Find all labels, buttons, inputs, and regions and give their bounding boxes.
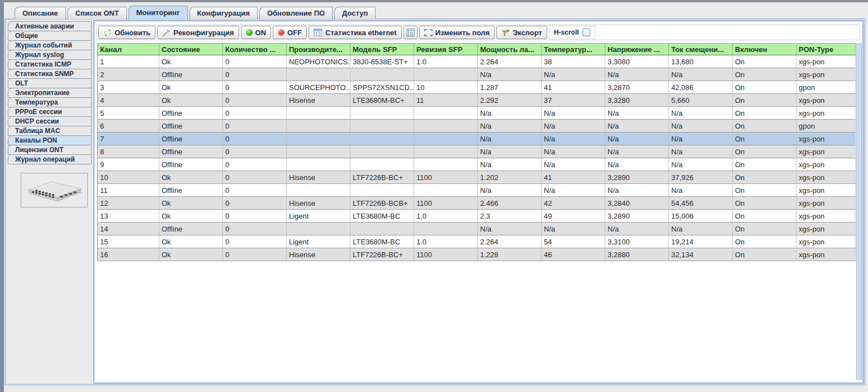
- edit-fields-button[interactable]: Изменить поля: [419, 26, 495, 39]
- table-cell[interactable]: SOURCEPHOTO...: [287, 81, 350, 94]
- table-cell[interactable]: 41: [542, 171, 605, 184]
- table-row[interactable]: 15Ok0LigentLTE3680M-BC1.02.264543,310019…: [98, 235, 856, 248]
- table-cell[interactable]: 0: [223, 197, 287, 210]
- table-cell[interactable]: [414, 223, 478, 235]
- table-row[interactable]: 9Offline0N/aN/aN/aN/aOnxgs-pon: [98, 158, 856, 171]
- table-cell[interactable]: On: [733, 68, 796, 81]
- table-cell[interactable]: N/a: [478, 184, 542, 197]
- column-header-channel[interactable]: Канал: [98, 44, 159, 55]
- table-cell[interactable]: N/a: [669, 223, 733, 235]
- table-cell[interactable]: N/a: [605, 184, 669, 197]
- table-cell[interactable]: N/a: [542, 158, 605, 171]
- table-cell[interactable]: 19,214: [669, 235, 733, 248]
- table-cell[interactable]: N/a: [542, 184, 605, 197]
- table-cell[interactable]: [350, 120, 414, 133]
- table-cell[interactable]: xgs-pon: [796, 55, 856, 68]
- table-cell[interactable]: [350, 158, 414, 171]
- table-cell[interactable]: 12: [98, 197, 159, 210]
- sidebar-item-mac-table[interactable]: Таблица MAC: [8, 126, 92, 136]
- table-cell[interactable]: N/a: [478, 145, 542, 158]
- table-cell[interactable]: LTE3680M-BC: [350, 210, 414, 223]
- column-list-button[interactable]: [404, 26, 418, 39]
- table-cell[interactable]: 37,926: [669, 171, 733, 184]
- table-row[interactable]: 13Ok0LigentLTE3680M-BC1.02.3493,289015,0…: [98, 210, 856, 223]
- column-header-pon-type[interactable]: PON-Type: [796, 44, 856, 55]
- table-cell[interactable]: 0: [223, 210, 287, 223]
- table-cell[interactable]: [287, 158, 350, 171]
- table-cell[interactable]: N/a: [542, 68, 605, 81]
- table-cell[interactable]: 3,2870: [605, 81, 669, 94]
- table-cell[interactable]: [287, 68, 350, 81]
- table-cell[interactable]: 15: [98, 235, 159, 248]
- table-cell[interactable]: [350, 223, 414, 235]
- table-cell[interactable]: 5,660: [669, 94, 733, 107]
- table-cell[interactable]: [287, 223, 350, 235]
- table-cell[interactable]: 1.202: [478, 171, 542, 184]
- table-row[interactable]: 1Ok0NEOPHOTONICS...38J0-6538E-ST+1.02.26…: [98, 55, 856, 68]
- table-cell[interactable]: 3,3100: [605, 235, 669, 248]
- table-row[interactable]: 4Ok0HisenseLTE3680M-BC+112.292373,32805,…: [98, 94, 856, 107]
- table-cell[interactable]: 13,680: [669, 55, 733, 68]
- ethernet-statistics-button[interactable]: Статистика ethernet: [309, 26, 402, 39]
- table-row[interactable]: 7Offline0N/aN/aN/aN/aOnxgs-pon: [98, 133, 856, 145]
- table-cell[interactable]: 0: [223, 184, 287, 197]
- table-cell[interactable]: N/a: [669, 133, 733, 145]
- table-cell[interactable]: [287, 184, 350, 197]
- table-cell[interactable]: [350, 145, 414, 158]
- table-cell[interactable]: 4: [98, 94, 159, 107]
- table-cell[interactable]: 42: [542, 197, 605, 210]
- table-cell[interactable]: 0: [223, 133, 287, 145]
- table-cell[interactable]: NEOPHOTONICS...: [287, 55, 350, 68]
- table-cell[interactable]: 2.264: [478, 55, 542, 68]
- table-cell[interactable]: On: [733, 235, 796, 248]
- table-cell[interactable]: 38J0-6538E-ST+: [350, 55, 414, 68]
- table-cell[interactable]: N/a: [542, 223, 605, 235]
- table-cell[interactable]: xgs-pon: [796, 197, 856, 210]
- table-cell[interactable]: N/a: [669, 107, 733, 120]
- table-cell[interactable]: 1.228: [478, 248, 542, 261]
- table-cell[interactable]: N/a: [542, 145, 605, 158]
- table-cell[interactable]: 1.0: [414, 210, 478, 223]
- table-cell[interactable]: xgs-pon: [796, 94, 856, 107]
- table-cell[interactable]: [414, 158, 478, 171]
- sidebar-item-temperature[interactable]: Температура: [8, 97, 92, 107]
- table-cell[interactable]: 0: [223, 94, 287, 107]
- table-row[interactable]: 8Offline0N/aN/aN/aN/aOnxgs-pon: [98, 145, 856, 158]
- table-cell[interactable]: On: [733, 248, 796, 261]
- table-cell[interactable]: xgs-pon: [796, 235, 856, 248]
- table-cell[interactable]: [414, 133, 478, 145]
- table-cell[interactable]: xgs-pon: [796, 248, 856, 261]
- table-cell[interactable]: Offline: [159, 120, 223, 133]
- sidebar-item-pon-channels[interactable]: Каналы PON: [8, 135, 92, 145]
- table-cell[interactable]: N/a: [605, 107, 669, 120]
- table-cell[interactable]: 16: [98, 248, 159, 261]
- table-row[interactable]: 3Ok0SOURCEPHOTO...SPPS72XSN1CD...101.287…: [98, 81, 856, 94]
- table-cell[interactable]: [414, 68, 478, 81]
- table-cell[interactable]: [287, 145, 350, 158]
- table-cell[interactable]: N/a: [542, 133, 605, 145]
- table-cell[interactable]: 2.466: [478, 197, 542, 210]
- table-cell[interactable]: [350, 68, 414, 81]
- table-cell[interactable]: xgs-pon: [796, 210, 856, 223]
- table-cell[interactable]: 8: [98, 145, 159, 158]
- table-cell[interactable]: 0: [223, 171, 287, 184]
- table-cell[interactable]: Ok: [159, 81, 223, 94]
- table-cell[interactable]: 9: [98, 158, 159, 171]
- table-cell[interactable]: 3,2880: [605, 248, 669, 261]
- table-cell[interactable]: [287, 107, 350, 120]
- column-header-temperature[interactable]: Температур...: [542, 44, 605, 55]
- column-header-sfp-revision[interactable]: Ревизия SFP: [414, 44, 478, 55]
- sidebar-item-dhcp-sessions[interactable]: DHCP сессии: [8, 116, 92, 126]
- table-cell[interactable]: Ok: [159, 171, 223, 184]
- table-cell[interactable]: LTE3680M-BC: [350, 235, 414, 248]
- table-cell[interactable]: 1.0: [414, 235, 478, 248]
- table-cell[interactable]: [350, 107, 414, 120]
- column-header-laser-power[interactable]: Мощность ла...: [478, 44, 542, 55]
- table-cell[interactable]: On: [733, 145, 796, 158]
- table-row[interactable]: 6Offline0N/aN/aN/aN/aOngpon: [98, 120, 856, 133]
- table-cell[interactable]: N/a: [605, 158, 669, 171]
- table-cell[interactable]: On: [733, 171, 796, 184]
- table-cell[interactable]: N/a: [478, 107, 542, 120]
- table-cell[interactable]: 3,3080: [605, 55, 669, 68]
- table-cell[interactable]: 0: [223, 235, 287, 248]
